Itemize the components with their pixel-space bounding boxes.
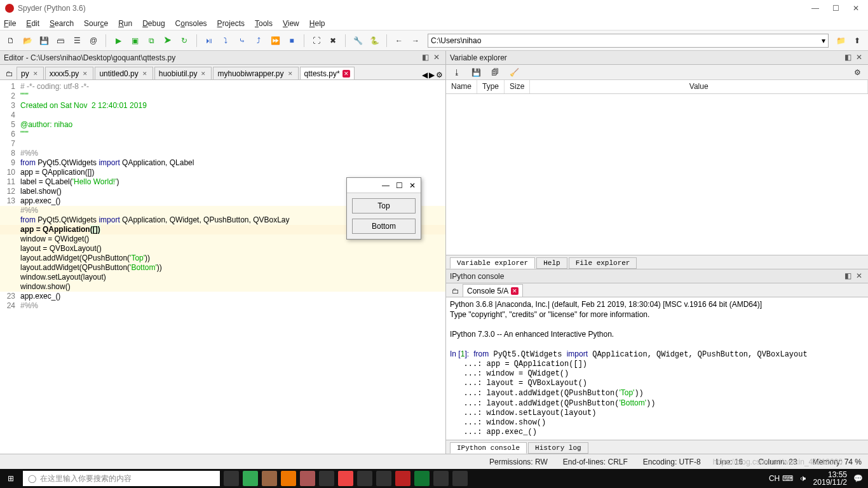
- close-console-icon[interactable]: ✕: [511, 287, 519, 295]
- open-file-icon[interactable]: 📂: [20, 34, 34, 48]
- tab-ipython-console[interactable]: IPython console: [450, 442, 527, 454]
- menu-view[interactable]: View: [283, 19, 299, 28]
- tab-variable-explorer[interactable]: Variable explorer: [450, 257, 535, 269]
- taskbar-app-icon[interactable]: [357, 471, 372, 486]
- col-value[interactable]: Value: [530, 80, 868, 93]
- qt-popup-window[interactable]: — ☐ ✕ Top Bottom: [346, 177, 421, 240]
- ipython-close-icon[interactable]: ✕: [854, 271, 864, 281]
- rerun-icon[interactable]: ↻: [177, 34, 191, 48]
- menu-file[interactable]: File: [4, 19, 16, 28]
- taskbar-app-icon[interactable]: [281, 471, 296, 486]
- save-all-icon[interactable]: 🗃: [53, 34, 67, 48]
- forward-icon[interactable]: →: [409, 34, 423, 48]
- maximize-button[interactable]: ☐: [831, 4, 840, 13]
- close-tab-icon[interactable]: ✕: [81, 70, 89, 78]
- run-selection-icon[interactable]: ⮞: [161, 34, 175, 48]
- menu-tools[interactable]: Tools: [255, 19, 273, 28]
- console-list-icon[interactable]: 🗀: [449, 285, 463, 297]
- tab-xxxx5[interactable]: xxxx5.py✕: [45, 67, 94, 79]
- menu-consoles[interactable]: Consoles: [175, 19, 207, 28]
- close-tab-icon[interactable]: ✕: [200, 70, 207, 78]
- preferences-icon[interactable]: 🔧: [351, 34, 365, 48]
- tab-scroll-left-icon[interactable]: ◀: [422, 71, 428, 79]
- qt-minimize-icon[interactable]: —: [382, 181, 390, 190]
- taskbar-app-icon[interactable]: [376, 471, 391, 486]
- varexp-body[interactable]: [446, 94, 868, 255]
- taskbar-app-icon[interactable]: [300, 471, 315, 486]
- qt-top-button[interactable]: Top: [352, 198, 416, 214]
- tab-options-icon[interactable]: ⚙: [436, 71, 443, 79]
- fullscreen-icon[interactable]: ✖: [326, 34, 340, 48]
- close-tab-icon[interactable]: ✕: [342, 70, 350, 78]
- at-icon[interactable]: @: [86, 34, 100, 48]
- import-data-icon[interactable]: ⭳: [450, 65, 464, 79]
- remove-var-icon[interactable]: 🧹: [507, 65, 521, 79]
- varexp-undock-icon[interactable]: ◧: [843, 53, 853, 63]
- tab-help[interactable]: Help: [536, 257, 567, 269]
- save-data-icon[interactable]: 💾: [469, 65, 483, 79]
- outline-icon[interactable]: ☰: [70, 34, 84, 48]
- step-in-icon[interactable]: ⤷: [235, 34, 249, 48]
- task-view-icon[interactable]: [224, 471, 239, 486]
- ipython-console[interactable]: Python 3.6.8 |Anaconda, Inc.| (default, …: [446, 297, 868, 440]
- run-icon[interactable]: ▶: [111, 34, 125, 48]
- run-cell-icon[interactable]: ▣: [128, 34, 142, 48]
- col-type[interactable]: Type: [477, 80, 505, 93]
- tray-network-icon[interactable]: 🕩: [799, 474, 807, 483]
- taskbar-app-icon[interactable]: [395, 471, 410, 486]
- maximize-pane-icon[interactable]: ⛶: [309, 34, 323, 48]
- menu-source[interactable]: Source: [84, 19, 108, 28]
- stop-debug-icon[interactable]: ■: [285, 34, 299, 48]
- ipython-undock-icon[interactable]: ◧: [843, 271, 853, 281]
- menu-edit[interactable]: Edit: [26, 19, 39, 28]
- run-cell-advance-icon[interactable]: ⧉: [144, 34, 158, 48]
- taskbar-app-icon[interactable]: [452, 471, 468, 486]
- taskbar-search[interactable]: ◯ 在这里输入你要搜索的内容: [23, 471, 220, 486]
- tray-notifications-icon[interactable]: 💬: [853, 474, 863, 483]
- col-name[interactable]: Name: [446, 80, 477, 93]
- close-button[interactable]: ✕: [851, 4, 860, 13]
- minimize-button[interactable]: —: [811, 4, 820, 13]
- editor-close-icon[interactable]: ✕: [431, 53, 442, 63]
- qt-bottom-button[interactable]: Bottom: [352, 219, 416, 234]
- tab-scroll-right-icon[interactable]: ▶: [429, 71, 435, 79]
- continue-icon[interactable]: ⏩: [268, 34, 282, 48]
- menu-run[interactable]: Run: [118, 19, 132, 28]
- close-tab-icon[interactable]: ✕: [141, 70, 149, 78]
- back-icon[interactable]: ←: [392, 34, 406, 48]
- qt-maximize-icon[interactable]: ☐: [396, 181, 403, 190]
- varexp-options-icon[interactable]: ⚙: [850, 65, 864, 79]
- new-file-icon[interactable]: 🗋: [4, 34, 18, 48]
- code-editor[interactable]: 1 2 3 4 5 6 7 8 9 10 11 12 13 14 15 16 1…: [0, 80, 445, 454]
- tab-file-explorer[interactable]: File explorer: [569, 257, 637, 269]
- taskbar-app-icon[interactable]: [338, 471, 353, 486]
- debug-icon[interactable]: ⏯: [202, 34, 216, 48]
- save-data-as-icon[interactable]: 🗐: [488, 65, 502, 79]
- taskbar-app-icon[interactable]: [262, 471, 277, 486]
- tab-huobiutil[interactable]: huobiutil.py✕: [154, 67, 212, 79]
- menu-search[interactable]: Search: [50, 19, 74, 28]
- taskbar-app-icon[interactable]: [433, 471, 449, 486]
- taskbar-app-icon[interactable]: [414, 471, 430, 486]
- taskbar-app-icon[interactable]: [319, 471, 334, 486]
- qt-close-icon[interactable]: ✕: [409, 181, 416, 190]
- tab-myhuobiwrapper[interactable]: myhuobiwrapper.py✕: [213, 67, 298, 79]
- tab-qttests[interactable]: qttests.py*✕: [300, 67, 355, 79]
- taskbar-app-icon[interactable]: [243, 471, 258, 486]
- save-icon[interactable]: 💾: [37, 34, 51, 48]
- tray-ime-icon[interactable]: CH ⌨: [769, 474, 793, 483]
- start-button[interactable]: ⊞: [0, 469, 22, 488]
- step-over-icon[interactable]: ⤵: [219, 34, 233, 48]
- tab-list-icon[interactable]: 🗀: [3, 68, 17, 79]
- tab-py[interactable]: py✕: [17, 67, 44, 79]
- pythonpath-icon[interactable]: 🐍: [367, 34, 381, 48]
- parent-dir-icon[interactable]: ⬆: [850, 34, 864, 48]
- close-tab-icon[interactable]: ✕: [32, 70, 39, 78]
- browse-dir-icon[interactable]: 📁: [834, 34, 848, 48]
- tab-history-log[interactable]: History log: [528, 442, 588, 454]
- working-dir-input[interactable]: C:\Users\nihao▾: [428, 34, 829, 48]
- col-size[interactable]: Size: [505, 80, 530, 93]
- tab-untitled0[interactable]: untitled0.py✕: [95, 67, 153, 79]
- step-out-icon[interactable]: ⤴: [252, 34, 266, 48]
- close-tab-icon[interactable]: ✕: [287, 70, 294, 78]
